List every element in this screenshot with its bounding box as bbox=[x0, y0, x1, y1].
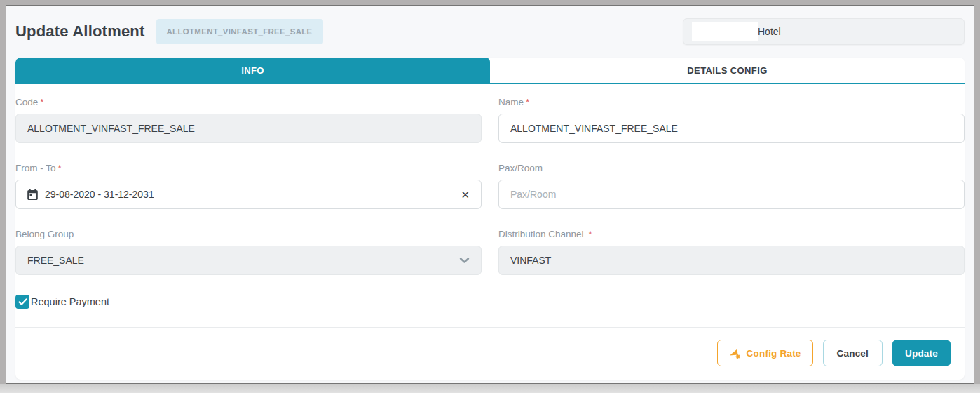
page-header: Update Allotment ALLOTMENT_VINFAST_FREE_… bbox=[15, 6, 965, 58]
allotment-card: INFO DETAILS CONFIG Code* From - To* bbox=[15, 58, 965, 380]
belong-group-label: Belong Group bbox=[15, 229, 482, 239]
tab-info[interactable]: INFO bbox=[15, 58, 490, 83]
hotel-label: Hotel bbox=[758, 26, 781, 37]
footer-actions: Config Rate Cancel Update bbox=[15, 328, 965, 380]
config-rate-button[interactable]: Config Rate bbox=[717, 340, 813, 366]
required-asterisk: * bbox=[526, 97, 529, 107]
code-field-group: Code* bbox=[15, 97, 482, 143]
tab-details-config[interactable]: DETAILS CONFIG bbox=[490, 58, 965, 83]
distribution-channel-label: Distribution Channel * bbox=[498, 229, 965, 239]
date-range-input[interactable]: 29-08-2020 - 31-12-2031 ✕ bbox=[15, 180, 482, 209]
require-payment-label: Require Payment bbox=[31, 296, 109, 307]
redacted-hotel-name bbox=[692, 22, 758, 41]
code-input bbox=[15, 114, 482, 143]
cancel-button[interactable]: Cancel bbox=[823, 340, 883, 366]
app-window: Update Allotment ALLOTMENT_VINFAST_FREE_… bbox=[6, 5, 974, 384]
name-field-group: Name* bbox=[498, 97, 965, 143]
tab-bar: INFO DETAILS CONFIG bbox=[15, 58, 965, 84]
name-label: Name* bbox=[498, 97, 965, 107]
required-asterisk: * bbox=[58, 163, 62, 173]
name-input[interactable] bbox=[498, 114, 965, 143]
allotment-code-badge: ALLOTMENT_VINFAST_FREE_SALE bbox=[156, 19, 323, 44]
belong-group-select[interactable]: FREE_SALE bbox=[15, 246, 482, 275]
require-payment-checkbox[interactable] bbox=[15, 295, 29, 309]
chevron-down-icon bbox=[459, 257, 470, 264]
from-to-label: From - To* bbox=[15, 163, 482, 173]
allotment-form: Code* From - To* 29-08-2020 - 31-12-2031… bbox=[15, 84, 965, 327]
required-asterisk: * bbox=[40, 97, 43, 107]
config-rate-label: Config Rate bbox=[747, 348, 801, 359]
distribution-channel-field-group: Distribution Channel * bbox=[498, 229, 965, 275]
config-rate-icon bbox=[729, 348, 741, 359]
code-label: Code* bbox=[15, 97, 482, 107]
page-title: Update Allotment bbox=[15, 22, 145, 41]
clear-date-icon[interactable]: ✕ bbox=[461, 189, 470, 200]
belong-group-value: FREE_SALE bbox=[27, 255, 452, 266]
pax-room-input[interactable] bbox=[498, 180, 965, 209]
window-frame-bottom bbox=[0, 384, 980, 393]
require-payment-toggle[interactable]: Require Payment bbox=[15, 295, 482, 309]
update-button[interactable]: Update bbox=[892, 340, 951, 366]
from-to-field-group: From - To* 29-08-2020 - 31-12-2031 ✕ bbox=[15, 163, 482, 209]
calendar-icon bbox=[27, 189, 38, 200]
pax-room-field-group: Pax/Room bbox=[498, 163, 965, 209]
hotel-selector[interactable]: Hotel bbox=[683, 18, 965, 45]
belong-group-field-group: Belong Group FREE_SALE bbox=[15, 229, 482, 275]
pax-room-label: Pax/Room bbox=[498, 163, 965, 173]
form-column-right: Name* Pax/Room Distribution Channel * bbox=[498, 97, 965, 327]
form-column-left: Code* From - To* 29-08-2020 - 31-12-2031… bbox=[15, 97, 482, 327]
distribution-channel-input bbox=[498, 246, 965, 275]
date-range-value: 29-08-2020 - 31-12-2031 bbox=[45, 189, 454, 200]
required-asterisk: * bbox=[588, 229, 592, 239]
